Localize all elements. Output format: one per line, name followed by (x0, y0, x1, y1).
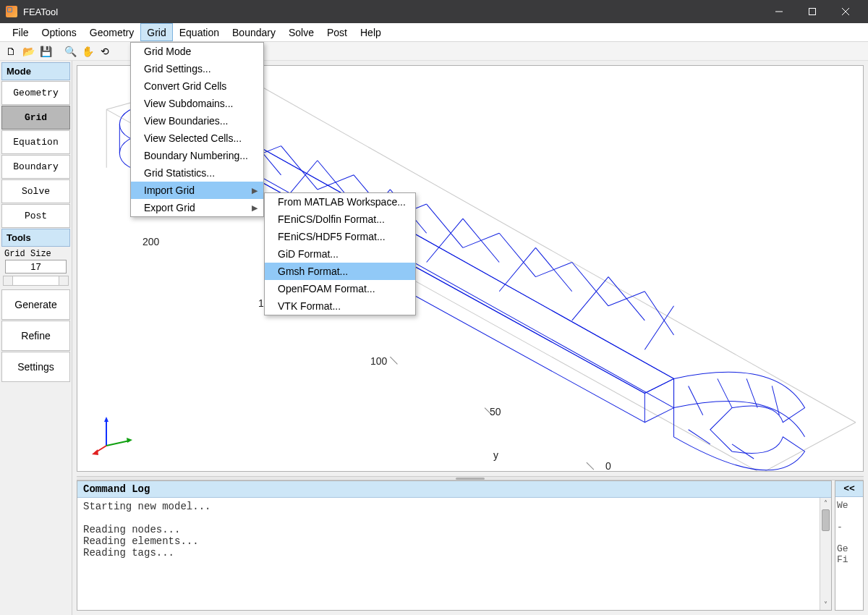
log-collapse-button[interactable]: << (835, 481, 863, 497)
grid-statistics-item[interactable]: Grid Statistics... (131, 164, 263, 182)
orientation-triad-icon (92, 413, 135, 457)
settings-button[interactable]: Settings (1, 352, 70, 382)
zoom-icon: 🔍 (64, 46, 77, 57)
svg-line-11 (587, 462, 594, 470)
log-side-list[interactable]: We - Ge Fi (835, 497, 863, 610)
mode-post[interactable]: Post (1, 204, 70, 228)
zoom-button[interactable]: 🔍 (62, 43, 78, 59)
maximize-button[interactable] (796, 0, 829, 23)
import-gid-item[interactable]: GiD Format... (265, 245, 415, 263)
import-gmsh-item[interactable]: Gmsh Format... (265, 263, 415, 280)
generate-button[interactable]: Generate (1, 289, 70, 320)
menu-help[interactable]: Help (354, 23, 388, 41)
minimize-icon (775, 8, 783, 15)
new-file-icon: 🗋 (6, 46, 16, 57)
grid-mode-item[interactable]: Grid Mode (131, 43, 263, 60)
minimize-button[interactable] (762, 0, 796, 23)
grid-menu-dropdown: Grid Mode Grid Settings... Convert Grid … (130, 42, 264, 217)
svg-line-22 (732, 444, 754, 459)
close-icon (842, 8, 849, 15)
import-grid-item[interactable]: Import Grid▶ (131, 182, 263, 199)
tick-50: 50 (490, 406, 501, 417)
svg-line-9 (390, 357, 397, 364)
svg-line-25 (106, 441, 129, 446)
svg-marker-26 (127, 438, 132, 443)
view-boundaries-item[interactable]: View Boundaries... (131, 112, 263, 130)
scroll-up-icon: ˄ (820, 499, 831, 507)
grid-settings-item[interactable]: Grid Settings... (131, 60, 263, 77)
open-button[interactable]: 📂 (20, 43, 36, 59)
import-matlab-item[interactable]: From MATLAB Workspace... (265, 193, 415, 211)
menu-options[interactable]: Options (35, 23, 83, 41)
workspace: Mode Geometry Grid Equation Boundary Sol… (0, 61, 868, 615)
log-side-panel: << We - Ge Fi (835, 480, 864, 611)
submenu-arrow-icon: ▶ (252, 186, 258, 195)
titlebar: FEATool (0, 0, 868, 23)
refine-button[interactable]: Refine (1, 321, 70, 351)
mode-header: Mode (1, 62, 70, 80)
save-button[interactable]: 💾 (38, 43, 54, 59)
maximize-icon (809, 8, 816, 15)
view-selected-cells-item[interactable]: View Selected Cells... (131, 130, 263, 147)
svg-line-18 (718, 378, 732, 407)
menubar: File Options Geometry Grid Equation Boun… (0, 23, 868, 42)
import-fenics-hdf5-item[interactable]: FEniCS/HDF5 Format... (265, 228, 415, 245)
main-area: 200 150 100 50 0 y Command Log Starting … (72, 61, 868, 615)
menu-geometry[interactable]: Geometry (83, 23, 140, 41)
window-controls (762, 0, 862, 23)
log-panel: Command Log Starting new model... Readin… (77, 480, 864, 611)
tick-0: 0 (605, 460, 611, 472)
axis-y-label: y (493, 449, 498, 461)
view-subdomains-item[interactable]: View Subdomains... (131, 95, 263, 112)
command-log: Command Log Starting new model... Readin… (77, 480, 832, 611)
tick-200: 200 (142, 236, 159, 247)
save-icon: 💾 (40, 46, 52, 57)
import-fenics-dolfin-item[interactable]: FEniCS/Dolfin Format... (265, 211, 415, 228)
svg-marker-24 (104, 417, 109, 422)
tick-100: 100 (370, 355, 387, 367)
import-openfoam-item[interactable]: OpenFOAM Format... (265, 280, 415, 297)
grid-size-label: Grid Size (1, 247, 70, 259)
pan-hand-icon: ✋ (82, 46, 94, 57)
scroll-thumb[interactable] (822, 509, 830, 531)
sidebar: Mode Geometry Grid Equation Boundary Sol… (0, 61, 72, 615)
mode-geometry[interactable]: Geometry (1, 81, 70, 105)
tools-header: Tools (1, 229, 70, 247)
svg-line-21 (689, 430, 710, 444)
rotate-3d-icon: ⟲ (101, 46, 109, 57)
menu-post[interactable]: Post (320, 23, 354, 41)
svg-rect-1 (809, 9, 816, 15)
new-button[interactable]: 🗋 (3, 43, 19, 59)
convert-grid-cells-item[interactable]: Convert Grid Cells (131, 77, 263, 95)
menu-equation[interactable]: Equation (173, 23, 226, 41)
command-log-header: Command Log (77, 481, 831, 498)
mode-grid[interactable]: Grid (1, 106, 70, 130)
menu-grid[interactable]: Grid (140, 23, 172, 41)
boundary-numbering-item[interactable]: Boundary Numbering... (131, 147, 263, 164)
mode-boundary[interactable]: Boundary (1, 155, 70, 179)
rotate-button[interactable]: ⟲ (97, 43, 113, 59)
menu-solve[interactable]: Solve (282, 23, 320, 41)
command-log-body[interactable]: Starting new model... Reading nodes... R… (77, 498, 820, 610)
menu-boundary[interactable]: Boundary (226, 23, 282, 41)
close-button[interactable] (829, 0, 862, 23)
scroll-down-icon: ˅ (820, 601, 831, 608)
export-grid-item[interactable]: Export Grid▶ (131, 199, 263, 216)
import-vtk-item[interactable]: VTK Format... (265, 297, 415, 315)
app-icon (6, 6, 17, 17)
mode-solve[interactable]: Solve (1, 179, 70, 203)
svg-marker-28 (92, 449, 98, 455)
svg-line-17 (689, 386, 703, 415)
mode-equation[interactable]: Equation (1, 130, 70, 154)
submenu-arrow-icon: ▶ (252, 203, 258, 213)
pan-button[interactable]: ✋ (80, 43, 95, 59)
menu-file[interactable]: File (6, 23, 35, 41)
grid-size-slider[interactable] (3, 276, 69, 286)
window-title: FEATool (23, 7, 762, 17)
log-scrollbar[interactable]: ˄ ˅ (820, 498, 831, 610)
import-grid-submenu: From MATLAB Workspace... FEniCS/Dolfin F… (264, 192, 416, 315)
grid-size-input[interactable] (5, 260, 67, 273)
open-folder-icon: 📂 (22, 46, 35, 57)
